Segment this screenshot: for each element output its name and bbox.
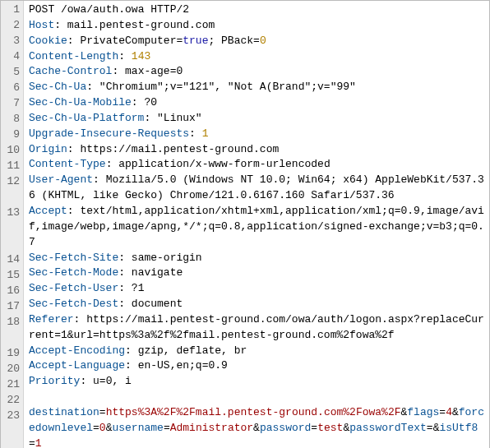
token: = [439,406,446,418]
line-number: 11 [1,159,20,174]
line-number: 20 [1,362,20,377]
token: Origin [29,143,67,155]
line-number: 18 [1,315,20,346]
code-line[interactable]: Accept-Encoding: gzip, deflate, br [29,344,484,359]
token: flags [407,406,439,418]
token: : [106,158,119,170]
code-line[interactable]: Sec-Fetch-User: ?1 [29,281,484,297]
line-number: 14 [1,252,20,268]
token: Sec-Ch-Ua-Mobile [29,96,132,109]
line-number: 16 [1,284,20,299]
code-line[interactable]: Accept-Language: en-US,en;q=0.9 [29,358,484,374]
token: application/x-www-form-urlencoded [118,158,330,170]
line-number-gutter: 1234567891011121314151617181920212223 [1,1,24,448]
token: "Linux" [157,112,202,124]
code-line[interactable]: User-Agent: Mozilla/5.0 (Windows NT 10.0… [29,173,484,204]
token: max-age=0 [125,65,183,77]
token: : [189,127,202,140]
token: : [144,112,157,124]
token: Accept-Encoding [29,344,125,357]
token: Sec-Fetch-Mode [29,266,118,279]
code-line[interactable]: Host: mail.pentest-ground.com [29,18,484,34]
code-line[interactable]: Cache-Control: max-age=0 [29,64,484,80]
token: Host [29,19,54,31]
line-number: 13 [1,206,20,252]
line-number: 7 [1,96,20,112]
line-number: 5 [1,65,20,81]
line-number: 22 [1,393,20,409]
code-line[interactable]: Sec-Ch-Ua-Platform: "Linux" [29,111,484,127]
token: : [118,252,132,264]
token: : [74,313,87,326]
code-line[interactable]: Cookie: PrivateComputer=true; PBack=0 [29,34,484,49]
token: HTTP/2 [150,3,189,16]
token: username [112,422,163,434]
token: Sec-Fetch-Site [29,252,118,264]
code-editor[interactable]: 1234567891011121314151617181920212223 PO… [1,1,489,448]
token: Content-Type [29,158,106,170]
code-line[interactable]: Sec-Ch-Ua-Mobile: ?0 [29,95,484,111]
code-line[interactable]: Content-Length: 143 [29,49,484,65]
code-line[interactable]: Sec-Fetch-Mode: navigate [29,266,484,281]
token: Upgrade-Insecure-Requests [29,127,189,140]
token: https%3A%2F%2Fmail.pentest-ground.com%2F… [106,406,401,418]
token: : [67,143,81,155]
token: & [452,406,459,418]
token: destination [29,406,99,418]
line-number: 6 [1,81,20,96]
token: 0 [99,422,106,434]
token: isUtf8 [439,422,478,434]
code-line[interactable]: destination=https%3A%2F%2Fmail.pentest-g… [29,405,484,448]
token: : [125,344,138,357]
line-number: 2 [1,18,20,34]
token: Accept [29,205,67,217]
token: Sec-Fetch-User [29,282,118,294]
code-line[interactable] [29,390,484,405]
token: : [93,173,106,186]
token: Sec-Ch-Ua [29,81,86,93]
code-line[interactable]: Priority: u=0, i [29,374,484,390]
token: : [86,81,99,93]
token: Accept-Language [29,359,125,372]
code-line[interactable]: Sec-Fetch-Site: same-origin [29,251,484,266]
line-number: 23 [1,409,20,448]
code-line[interactable]: Accept: text/html,application/xhtml+xml,… [29,204,484,251]
token: Sec-Fetch-Dest [29,298,118,310]
token: : [54,19,67,31]
code-line[interactable]: POST /owa/auth.owa HTTP/2 [29,2,484,18]
token: : [80,375,93,387]
token: /owa/auth.owa [54,3,150,16]
token: Priority [29,375,80,387]
code-line[interactable]: Upgrade-Insecure-Requests: 1 [29,127,484,142]
code-line[interactable]: Sec-Fetch-Dest: document [29,297,484,312]
code-line[interactable]: Origin: https://mail.pentest-ground.com [29,142,484,158]
token: PrivateComputer= [80,35,183,47]
token: : [118,50,132,62]
code-line[interactable]: Content-Type: application/x-www-form-url… [29,157,484,173]
token: : [67,205,81,217]
token: https://mail.pentest-ground.com [80,143,279,155]
line-number: 21 [1,377,20,393]
token: User-Agent [29,173,93,186]
token: = [427,422,433,434]
line-number: 12 [1,174,20,206]
token: : [67,35,81,47]
token: https://mail.pentest-ground.com/owa/auth… [29,313,484,341]
token: : [112,65,125,77]
line-number: 15 [1,268,20,284]
code-content[interactable]: POST /owa/auth.owa HTTP/2Host: mail.pent… [24,1,489,448]
token: = [99,406,106,418]
token: document [132,298,183,310]
code-line[interactable]: Sec-Ch-Ua: "Chromium";v="121", "Not A(Br… [29,80,484,95]
line-number: 19 [1,346,20,362]
token: = [311,422,317,434]
token: "Chromium";v="121", "Not A(Brand";v="99" [99,81,356,93]
token: Referer [29,313,74,326]
token: : [132,96,145,109]
code-line[interactable]: Referer: https://mail.pentest-ground.com… [29,312,484,344]
token: 1 [202,127,209,140]
token: Cookie [29,35,67,47]
token: : [118,298,132,310]
line-number: 10 [1,143,20,159]
http-request-panel: 1234567891011121314151617181920212223 PO… [0,0,490,448]
